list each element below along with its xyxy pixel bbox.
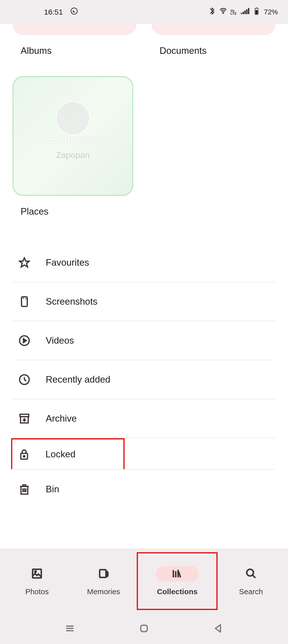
bin-icon (18, 483, 31, 496)
favourites-item[interactable]: Favourites (13, 243, 275, 282)
albums-thumbnail (13, 24, 136, 35)
albums-tile[interactable]: Albums (13, 24, 136, 56)
svg-point-21 (247, 569, 253, 576)
svg-rect-22 (141, 625, 147, 632)
albums-label: Albums (13, 46, 136, 56)
bluetooth-icon (208, 7, 216, 17)
bottom-nav: Photos Memories Collections Search (0, 548, 288, 614)
nav-collections-label: Collections (157, 587, 198, 596)
nav-memories-label: Memories (87, 587, 120, 596)
recently-added-label: Recently added (46, 374, 110, 385)
memories-icon (98, 568, 109, 580)
svg-point-19 (35, 571, 36, 572)
wifi-icon (219, 7, 227, 17)
nav-photos-label: Photos (25, 587, 49, 596)
phone-icon (18, 295, 31, 308)
status-bar: 16:51 Vo LTE 72% (0, 0, 288, 24)
collections-list: Favourites Screenshots Videos Recently a… (0, 243, 288, 509)
nav-photos[interactable]: Photos (4, 552, 70, 610)
bin-label: Bin (46, 484, 59, 495)
locked-item[interactable]: Locked (11, 438, 125, 469)
main-content: Albums Documents Guadalajara Zapopan Pla… (0, 24, 288, 548)
lock-icon (18, 448, 30, 461)
places-map-area: Zapopan (13, 150, 132, 160)
screenshots-item[interactable]: Screenshots (13, 282, 275, 321)
recently-added-item[interactable]: Recently added (13, 360, 275, 399)
places-map-city: Guadalajara (13, 134, 132, 145)
battery-percent: 72% (264, 8, 278, 16)
search-icon (245, 568, 257, 580)
system-nav-bar (0, 614, 288, 644)
svg-point-16 (23, 456, 25, 457)
videos-item[interactable]: Videos (13, 321, 275, 360)
svg-rect-2 (241, 13, 242, 14)
star-icon (18, 256, 31, 269)
svg-rect-4 (245, 11, 246, 14)
bin-item[interactable]: Bin (13, 470, 275, 509)
home-button[interactable] (138, 623, 150, 635)
documents-thumbnail (152, 24, 275, 35)
screenshots-label: Screenshots (46, 296, 98, 307)
documents-tile[interactable]: Documents (152, 24, 275, 56)
videos-label: Videos (46, 335, 74, 346)
svg-rect-8 (256, 8, 257, 8)
back-button[interactable] (213, 623, 224, 635)
volte-indicator: Vo LTE (230, 9, 237, 15)
collections-icon (171, 568, 183, 580)
nav-search[interactable]: Search (218, 552, 284, 610)
nav-collections[interactable]: Collections (137, 552, 218, 610)
documents-label: Documents (152, 46, 275, 56)
archive-item[interactable]: Archive (13, 399, 275, 438)
nav-search-label: Search (239, 587, 263, 596)
battery-icon (253, 7, 260, 17)
whatsapp-icon (70, 7, 78, 17)
locked-label: Locked (45, 449, 75, 460)
recent-apps-button[interactable] (64, 623, 75, 635)
nav-memories[interactable]: Memories (70, 552, 137, 610)
svg-rect-5 (246, 9, 248, 14)
svg-rect-3 (243, 12, 244, 14)
archive-icon (18, 412, 31, 425)
svg-point-0 (71, 8, 77, 14)
photo-icon (31, 568, 43, 580)
play-circle-icon (18, 334, 31, 347)
places-thumbnail[interactable]: Guadalajara Zapopan (13, 76, 133, 196)
archive-label: Archive (46, 413, 77, 424)
signal-icon (240, 7, 249, 17)
clock-icon (18, 373, 31, 386)
svg-rect-9 (256, 10, 258, 14)
svg-rect-20 (100, 570, 106, 578)
svg-point-1 (222, 13, 224, 14)
places-label: Places (13, 206, 275, 217)
favourites-label: Favourites (46, 257, 89, 268)
svg-rect-6 (248, 8, 249, 14)
status-time: 16:51 (44, 8, 63, 16)
